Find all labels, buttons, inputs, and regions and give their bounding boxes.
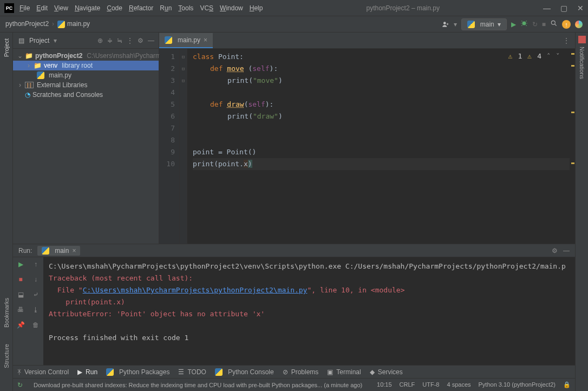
python-icon <box>106 368 114 376</box>
stop-button[interactable]: ■ <box>542 21 546 28</box>
up-icon[interactable]: ↑ <box>34 260 37 268</box>
console-output[interactable]: C:\Users\mshah\PycharmProjects\pythonPro… <box>43 257 575 365</box>
minimize-button[interactable]: — <box>543 4 551 12</box>
run-tab-label: main <box>55 247 69 255</box>
gear-icon[interactable]: ⚙ <box>552 247 558 255</box>
python-file-icon <box>165 36 172 44</box>
traceback-link[interactable]: C:\Users\mshah\PycharmProjects\pythonPro… <box>83 286 308 294</box>
python-console-button[interactable]: Python Console <box>215 368 274 376</box>
run-tab[interactable]: main × <box>37 246 80 256</box>
close-tab-icon[interactable]: × <box>204 36 207 44</box>
down-icon[interactable]: ↓ <box>34 276 37 283</box>
services-icon: ◆ <box>370 368 375 376</box>
tree-root[interactable]: ⌄ 📁 pythonProject2 C:\Users\mshah\Pychar… <box>13 51 159 61</box>
add-user-icon[interactable] <box>442 21 449 28</box>
nav-toolbar: pythonProject2 › main.py ▾ main ▾ ▶ ↻ ■ … <box>0 16 588 32</box>
menu-file[interactable]: File <box>19 4 30 12</box>
status-message[interactable]: Download pre-built shared indexes: Reduc… <box>34 382 368 388</box>
indent-info[interactable]: 4 spaces <box>447 381 471 388</box>
ide-services-icon[interactable] <box>575 21 583 28</box>
tree-root-path: C:\Users\mshah\Pycharm <box>87 52 161 60</box>
tree-external-libraries[interactable]: › ‖‖ External Libraries <box>13 80 159 90</box>
breadcrumb-root[interactable]: pythonProject2 <box>5 20 49 28</box>
notification-indicator-icon[interactable] <box>578 36 586 43</box>
maximize-button[interactable]: ▢ <box>560 4 567 12</box>
tree-venv-label: venv <box>44 62 57 69</box>
collapse-all-icon[interactable]: ≒ <box>117 37 122 44</box>
library-root-tag: library root <box>62 62 93 69</box>
interpreter-info[interactable]: Python 3.10 (pythonProject2) <box>479 381 556 388</box>
packages-tool-button[interactable]: Python Packages <box>106 368 169 376</box>
line-separator[interactable]: CRLF <box>400 381 415 388</box>
lock-icon[interactable]: 🔒 <box>563 381 571 388</box>
menu-tools[interactable]: Tools <box>178 4 193 12</box>
code-content[interactable]: class Point: def move (self): print("mov… <box>187 49 575 244</box>
sidebar-structure-tab[interactable]: Structure <box>3 344 10 368</box>
tree-venv[interactable]: › 📁 venv library root <box>13 61 159 70</box>
menu-run[interactable]: Run <box>160 4 172 12</box>
menu-window[interactable]: Window <box>220 4 243 12</box>
left-stripe: Project Bookmarks Structure <box>0 32 13 391</box>
sidebar-bookmarks-tab[interactable]: Bookmarks <box>3 298 10 328</box>
menu-vcs[interactable]: VCS <box>200 4 213 12</box>
search-everywhere-icon[interactable] <box>550 19 558 29</box>
fold-column: ⊟⊟⊟ <box>180 49 187 244</box>
clear-icon[interactable]: 🗑 <box>32 321 39 329</box>
line-gutter: 1 2 3 4 5 6 7 8 9 10 <box>159 49 180 244</box>
menu-edit[interactable]: Edit <box>36 4 48 12</box>
window-title: pythonProject2 – main.py <box>263 4 543 12</box>
branch-icon: ᛡ <box>17 368 21 376</box>
pin-icon[interactable]: 📌 <box>17 321 25 329</box>
python-icon <box>42 247 49 255</box>
caret-position[interactable]: 10:15 <box>377 381 392 388</box>
file-encoding[interactable]: UTF-8 <box>422 381 439 388</box>
terminal-tool-button[interactable]: ▣Terminal <box>327 368 361 376</box>
scratches-icon: ◔ <box>25 91 30 99</box>
gear-icon[interactable]: ⚙ <box>138 37 143 44</box>
debug-button[interactable] <box>520 19 528 29</box>
problems-tool-button[interactable]: ⊘Problems <box>283 368 319 376</box>
inspection-widget[interactable]: ⚠1 ⚠4 ˄ ˅ <box>508 52 560 60</box>
stop-icon[interactable]: ■ <box>18 276 22 283</box>
services-tool-button[interactable]: ◆Services <box>370 368 403 376</box>
menu-code[interactable]: Code <box>107 4 122 12</box>
sidebar-project-tab[interactable]: Project <box>3 36 10 60</box>
update-icon[interactable]: ↑ <box>562 20 571 29</box>
project-view-chevron[interactable]: ▾ <box>54 37 57 44</box>
add-user-chevron[interactable]: ▾ <box>454 21 457 28</box>
svg-point-2 <box>551 21 555 24</box>
tree-file-main[interactable]: main.py <box>13 70 159 80</box>
print-icon[interactable]: 🖶 <box>17 306 24 314</box>
menu-view[interactable]: View <box>54 4 68 12</box>
vcs-tool-button[interactable]: ᛡVersion Control <box>17 368 69 376</box>
hide-icon[interactable]: — <box>563 247 570 255</box>
menu-navigate[interactable]: Navigate <box>75 4 100 12</box>
run-button[interactable]: ▶ <box>511 21 516 28</box>
run-tool-button[interactable]: ▶Run <box>77 368 97 376</box>
project-title: Project <box>29 37 49 44</box>
close-icon[interactable]: × <box>72 247 76 255</box>
scroll-end-icon[interactable]: ⭳ <box>32 306 39 314</box>
hide-icon[interactable]: — <box>148 37 154 44</box>
menu-refactor[interactable]: Refactor <box>129 4 153 12</box>
run-config-selector[interactable]: main ▾ <box>461 18 507 30</box>
menu-help[interactable]: Help <box>250 4 263 12</box>
close-button[interactable]: ✕ <box>577 4 584 12</box>
soft-wrap-icon[interactable]: ⤶ <box>33 291 38 298</box>
editor-tab-main[interactable]: main.py × <box>159 33 213 48</box>
download-icon[interactable] <box>17 381 25 389</box>
next-highlight-icon[interactable]: ˅ <box>556 52 560 60</box>
project-tree: ⌄ 📁 pythonProject2 C:\Users\mshah\Pychar… <box>13 49 159 102</box>
expand-all-icon[interactable]: ≑ <box>107 37 113 44</box>
locate-icon[interactable]: ⊕ <box>97 37 103 44</box>
rerun-icon[interactable]: ▶ <box>18 260 23 268</box>
code-editor[interactable]: 1 2 3 4 5 6 7 8 9 10 ⊟⊟⊟ <box>159 49 575 244</box>
prev-highlight-icon[interactable]: ˄ <box>547 52 551 60</box>
tree-scratches[interactable]: ◔ Scratches and Consoles <box>13 90 159 100</box>
run-coverage-icon[interactable]: ↻ <box>532 21 538 28</box>
sidebar-notifications-tab[interactable]: Notifications <box>579 47 585 79</box>
layout-icon[interactable]: ⬓ <box>18 291 24 298</box>
tabs-more-icon[interactable]: ⋮ <box>563 37 570 44</box>
breadcrumb-file[interactable]: main.py <box>57 20 90 28</box>
todo-tool-button[interactable]: ☰TODO <box>178 368 206 376</box>
